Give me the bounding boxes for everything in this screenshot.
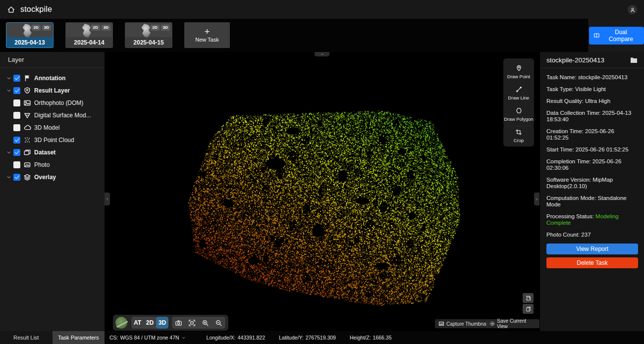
layer-row-overlay[interactable]: Overlay [0, 171, 105, 183]
mode-button-3d[interactable]: 3D [156, 317, 168, 329]
zoom-in-button[interactable] [199, 317, 212, 329]
screenshot-button[interactable] [172, 317, 185, 329]
save-current-view-button[interactable]: Save Current View [486, 319, 539, 328]
view-cube-side-button[interactable] [523, 304, 534, 314]
tab-result-list[interactable]: Result List [0, 331, 53, 344]
folder-icon[interactable] [630, 57, 638, 63]
crop-tool[interactable]: Crop [503, 127, 534, 145]
task-bar: 2D 3D 2025-04-13 2D 3D 2025-04-14 [0, 19, 644, 52]
layer-checkbox-result-layer[interactable] [13, 87, 20, 94]
caret-down-icon[interactable] [6, 88, 12, 93]
task-thumbnail: 2D 3D [125, 23, 172, 37]
layer-checkbox-orthophoto[interactable] [13, 99, 20, 106]
caret-down-icon[interactable] [6, 76, 12, 81]
polygon-icon [515, 107, 523, 114]
delete-task-button[interactable]: Delete Task [546, 257, 638, 268]
new-task-button[interactable]: + New Task [184, 22, 230, 48]
field-software-version: Software Version: MipMap Desktop(2.0.10) [546, 177, 638, 190]
layer-checkbox-3d-model[interactable] [13, 124, 20, 131]
draw-line-label: Draw Line [508, 95, 530, 100]
mode-button-at[interactable]: AT [131, 317, 144, 329]
zoom-out-button[interactable] [212, 317, 225, 329]
view-toolbar: AT 2D 3D [113, 315, 228, 331]
view-action-group [172, 317, 225, 329]
draw-polygon-tool[interactable]: Draw Polygon [503, 104, 534, 125]
dual-compare-label: Dual Compare [602, 29, 640, 43]
details-fields: Task Name: stockpile-20250413 Task Type:… [540, 68, 644, 268]
draw-line-tool[interactable]: Draw Line [503, 83, 534, 104]
map-pin-icon [515, 64, 523, 72]
badge-2d[interactable]: 2D [151, 25, 160, 31]
task-details-panel: stockpile-20250413 Task Name: stockpile-… [539, 52, 644, 344]
status-bar: CS: WGS 84 / UTM zone 47N Longitude/X:44… [105, 331, 644, 344]
task-card-2025-04-15[interactable]: 2D 3D 2025-04-15 [125, 22, 172, 48]
height-readout: Height/Z:1666.35 [350, 335, 392, 341]
layer-panel-title: Layer [0, 52, 105, 68]
save-current-view-label: Save Current View [497, 318, 536, 329]
map-viewport[interactable]: Draw Point Draw Line Draw Polygon Crop A… [105, 52, 539, 331]
mode-button-2d[interactable]: 2D [144, 317, 156, 329]
layer-row-result-layer[interactable]: Result Layer [0, 84, 105, 97]
mini-map-thumbnail[interactable] [115, 316, 128, 329]
layer-checkbox-dataset[interactable] [13, 149, 20, 156]
layer-row-digital-surface-model[interactable]: Digital Surface Mod... [0, 109, 105, 121]
collapse-left-handle[interactable] [105, 193, 110, 205]
caret-down-icon[interactable] [6, 150, 12, 155]
home-icon[interactable] [7, 5, 15, 14]
view-report-button[interactable]: View Report [546, 244, 638, 254]
layer-row-photo[interactable]: Photo [0, 158, 105, 171]
crop-icon [515, 129, 522, 136]
task-date-label: 2025-04-14 [66, 37, 112, 48]
photo-icon [23, 161, 31, 169]
collapse-top-handle[interactable] [315, 52, 329, 56]
task-thumbnail: 2D 3D [6, 23, 53, 37]
badge-3d[interactable]: 3D [161, 25, 170, 31]
layer-checkbox-overlay[interactable] [13, 174, 20, 181]
user-avatar[interactable] [628, 5, 637, 14]
zoom-out-icon [215, 319, 222, 327]
draw-toolbar: Draw Point Draw Line Draw Polygon [503, 58, 534, 127]
caret-down-icon[interactable] [6, 175, 12, 180]
collapse-right-handle[interactable] [534, 193, 539, 205]
details-header: stockpile-20250413 [540, 52, 644, 68]
field-processing-status: Processing Status: Modeling Complete [546, 213, 638, 226]
field-creation-time: Creation Time: 2025-06-26 01:52:25 [546, 128, 638, 141]
bottom-tabs: Result List Task Parameters [0, 331, 105, 344]
layer-checkbox-3d-point-cloud[interactable] [13, 137, 20, 144]
task-card-2025-04-13[interactable]: 2D 3D 2025-04-13 [6, 22, 54, 48]
layer-label: Digital Surface Mod... [34, 112, 91, 119]
fit-view-button[interactable] [185, 317, 199, 329]
collapse-left-icon [106, 197, 109, 201]
badge-3d[interactable]: 3D [42, 25, 51, 31]
draw-point-label: Draw Point [507, 74, 530, 79]
capture-thumbnail-button[interactable]: Capture Thumbnail [435, 319, 492, 328]
model-cloud-icon [23, 124, 31, 132]
cube-side-icon [525, 306, 532, 312]
badge-2d[interactable]: 2D [32, 25, 41, 31]
layer-row-3d-model[interactable]: 3D Model [0, 121, 105, 134]
layer-checkbox-annotation[interactable] [13, 75, 20, 82]
coordinate-system-dropdown[interactable]: CS: WGS 84 / UTM zone 47N [109, 335, 186, 341]
badge-2d[interactable]: 2D [91, 25, 100, 31]
layer-row-3d-point-cloud[interactable]: 3D Point Cloud [0, 134, 105, 146]
line-segment-icon [515, 86, 523, 93]
draw-point-tool[interactable]: Draw Point [503, 61, 534, 83]
layer-checkbox-photo[interactable] [13, 161, 20, 168]
layer-row-dataset[interactable]: Dataset [0, 146, 105, 158]
plus-icon: + [204, 28, 210, 36]
dataset-icon [23, 148, 31, 156]
task-card-2025-04-14[interactable]: 2D 3D 2025-04-14 [65, 22, 113, 48]
tab-task-parameters[interactable]: Task Parameters [53, 331, 105, 344]
view-cube-top-button[interactable] [523, 293, 534, 303]
badge-3d[interactable]: 3D [102, 25, 110, 31]
dual-compare-button[interactable]: Dual Compare [589, 27, 644, 45]
point-cloud-canvas[interactable] [105, 52, 539, 331]
layer-checkbox-dsm[interactable] [13, 112, 20, 119]
layer-row-orthophoto[interactable]: Orthophoto (DOM) [0, 97, 105, 109]
overlay-icon [23, 173, 31, 181]
task-card-list: 2D 3D 2025-04-13 2D 3D 2025-04-14 [0, 19, 589, 52]
shield-icon [23, 87, 31, 95]
user-avatar-icon [630, 7, 636, 13]
layer-label: Annotation [34, 75, 65, 82]
layer-row-annotation[interactable]: Annotation [0, 72, 105, 84]
